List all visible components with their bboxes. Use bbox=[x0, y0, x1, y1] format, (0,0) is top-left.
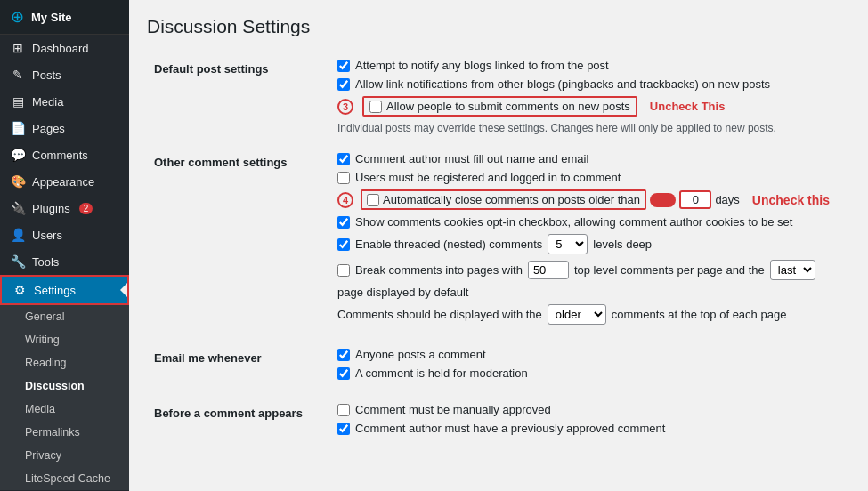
sidebar-sub-permalinks[interactable]: Permalinks bbox=[0, 421, 129, 444]
writing-label: Writing bbox=[25, 334, 60, 346]
allow-comments-row: 3 Allow people to submit comments on new… bbox=[337, 96, 843, 117]
sidebar-item-posts[interactable]: ✎ Posts bbox=[0, 61, 129, 88]
sidebar-item-settings[interactable]: ⚙ Settings (1) bbox=[0, 275, 129, 305]
author-fill-label[interactable]: Comment author must fill out name and em… bbox=[355, 152, 588, 165]
allow-comments-checkbox[interactable] bbox=[369, 101, 382, 113]
tools-icon: 🔧 bbox=[11, 254, 25, 269]
display-order-text: Comments should be displayed with the bbox=[337, 308, 542, 321]
sidebar-item-plugins[interactable]: 🔌 Plugins 2 bbox=[0, 195, 129, 221]
before-appears-content: Comment must be manually approved Commen… bbox=[334, 398, 850, 446]
general-label: General bbox=[25, 310, 64, 323]
allow-pingbacks-checkbox[interactable] bbox=[337, 78, 350, 91]
pages-icon: 📄 bbox=[11, 121, 25, 135]
threaded-checkbox[interactable] bbox=[337, 238, 350, 251]
default-post-label: Default post settings bbox=[147, 53, 334, 140]
sidebar-label-posts: Posts bbox=[32, 68, 61, 82]
discussion-label: Discussion bbox=[25, 380, 85, 392]
registered-label[interactable]: Users must be registered and logged in t… bbox=[355, 171, 621, 184]
allow-pingbacks-row: Allow link notifications from other blog… bbox=[337, 77, 843, 91]
days-label: days bbox=[715, 193, 739, 206]
before-appears-row: Before a comment appears Comment must be… bbox=[147, 398, 850, 446]
default-post-settings-row: Default post settings Attempt to notify … bbox=[147, 53, 850, 140]
wp-logo-icon: ⊕ bbox=[11, 7, 24, 27]
plugins-badge: 2 bbox=[79, 203, 93, 214]
posts-icon: ✎ bbox=[11, 68, 25, 82]
top-of-page-text: comments at the top of each page bbox=[612, 308, 787, 321]
site-name: My Site bbox=[31, 11, 72, 24]
sidebar-sub-general[interactable]: General bbox=[0, 305, 129, 328]
sidebar-sub-writing[interactable]: Writing bbox=[0, 328, 129, 351]
comments-per-page-input[interactable] bbox=[528, 261, 569, 279]
permalinks-label: Permalinks bbox=[25, 426, 80, 439]
previously-approved-checkbox[interactable] bbox=[337, 423, 350, 435]
allow-comments-annotated-box: Allow people to submit comments on new p… bbox=[362, 96, 637, 117]
sidebar-sub-reading[interactable]: Reading bbox=[0, 351, 129, 374]
email-label: Email me whenever bbox=[147, 342, 334, 390]
display-order-row: Comments should be displayed with the ol… bbox=[337, 304, 843, 325]
cookies-row: Show comments cookies opt-in checkbox, a… bbox=[337, 215, 843, 229]
threaded-row: Enable threaded (nested) comments 523467… bbox=[337, 234, 843, 254]
held-moderation-checkbox[interactable] bbox=[337, 367, 350, 380]
manually-approved-checkbox[interactable] bbox=[337, 404, 350, 416]
notify-blogs-row: Attempt to notify any blogs linked to fr… bbox=[337, 59, 843, 72]
sidebar-sub-discussion[interactable]: Discussion 2 bbox=[0, 374, 129, 398]
settings-table: Default post settings Attempt to notify … bbox=[147, 53, 850, 446]
author-fill-checkbox[interactable] bbox=[337, 153, 350, 165]
other-comment-settings-row: Other comment settings Comment author mu… bbox=[147, 147, 850, 335]
sidebar-label-pages: Pages bbox=[32, 122, 65, 135]
sidebar-item-pages[interactable]: 📄 Pages bbox=[0, 115, 129, 141]
threaded-level-select[interactable]: 5234678910 bbox=[548, 234, 588, 254]
notify-blogs-checkbox[interactable] bbox=[337, 60, 350, 72]
annotation-4-circle: 4 bbox=[337, 192, 353, 208]
sidebar-sub-litespeed[interactable]: LiteSpeed Cache bbox=[0, 467, 129, 490]
anyone-posts-checkbox[interactable] bbox=[337, 349, 350, 361]
sidebar-item-media[interactable]: ▤ Media bbox=[0, 88, 129, 115]
held-moderation-label[interactable]: A comment is held for moderation bbox=[355, 366, 528, 380]
sidebar-item-tools[interactable]: 🔧 Tools bbox=[0, 248, 129, 275]
auto-close-checkbox[interactable] bbox=[367, 194, 379, 206]
email-whenever-row: Email me whenever Anyone posts a comment… bbox=[147, 342, 850, 390]
allow-pingbacks-label[interactable]: Allow link notifications from other blog… bbox=[355, 77, 770, 91]
litespeed-label: LiteSpeed Cache bbox=[25, 472, 110, 485]
notify-blogs-label[interactable]: Attempt to notify any blogs linked to fr… bbox=[355, 59, 609, 72]
registered-row: Users must be registered and logged in t… bbox=[337, 171, 843, 184]
reading-label: Reading bbox=[25, 357, 67, 369]
other-comment-content: Comment author must fill out name and em… bbox=[334, 147, 850, 335]
users-icon: 👤 bbox=[11, 228, 25, 242]
spacer-2 bbox=[147, 335, 850, 342]
plugins-icon: 🔌 bbox=[11, 201, 25, 215]
registered-checkbox[interactable] bbox=[337, 172, 350, 184]
cookies-checkbox[interactable] bbox=[337, 216, 350, 229]
default-post-hint: Individual posts may override these sett… bbox=[337, 122, 843, 134]
media-icon: ▤ bbox=[11, 94, 25, 109]
break-pages-checkbox[interactable] bbox=[337, 264, 350, 277]
comments-icon: 💬 bbox=[11, 148, 25, 162]
manually-approved-label[interactable]: Comment must be manually approved bbox=[355, 403, 551, 416]
cookies-label[interactable]: Show comments cookies opt-in checkbox, a… bbox=[355, 215, 792, 229]
auto-close-row: 4 Automatically close comments on posts … bbox=[337, 189, 843, 210]
sidebar-label-plugins: Plugins bbox=[32, 202, 70, 215]
sidebar-logo: ⊕ My Site bbox=[0, 0, 129, 35]
sidebar-label-media: Media bbox=[32, 95, 63, 109]
sidebar-sub-media[interactable]: Media bbox=[0, 398, 129, 421]
main-content: Discussion Settings Default post setting… bbox=[129, 0, 868, 491]
sidebar-item-dashboard[interactable]: ⊞ Dashboard bbox=[0, 35, 129, 61]
held-moderation-row: A comment is held for moderation bbox=[337, 366, 843, 380]
previously-approved-label[interactable]: Comment author must have a previously ap… bbox=[355, 422, 665, 435]
privacy-label: Privacy bbox=[25, 449, 61, 462]
sidebar-item-appearance[interactable]: 🎨 Appearance bbox=[0, 168, 129, 195]
sidebar-item-users[interactable]: 👤 Users bbox=[0, 221, 129, 248]
auto-close-label: Automatically close comments on posts ol… bbox=[383, 193, 640, 206]
threaded-label[interactable]: Enable threaded (nested) comments bbox=[355, 237, 542, 251]
allow-comments-label[interactable]: Allow people to submit comments on new p… bbox=[386, 100, 630, 113]
comment-order-select[interactable]: oldernewer bbox=[548, 304, 606, 325]
other-comment-label: Other comment settings bbox=[147, 147, 334, 335]
page-order-select[interactable]: lastfirst bbox=[770, 260, 815, 280]
anyone-posts-label[interactable]: Anyone posts a comment bbox=[355, 348, 486, 361]
author-fill-row: Comment author must fill out name and em… bbox=[337, 152, 843, 165]
sidebar-item-comments[interactable]: 💬 Comments bbox=[0, 141, 129, 168]
spacer-1 bbox=[147, 140, 850, 147]
auto-close-annotated-box: Automatically close comments on posts ol… bbox=[361, 189, 646, 210]
sidebar-label-comments: Comments bbox=[32, 149, 88, 162]
sidebar-sub-privacy[interactable]: Privacy bbox=[0, 444, 129, 467]
